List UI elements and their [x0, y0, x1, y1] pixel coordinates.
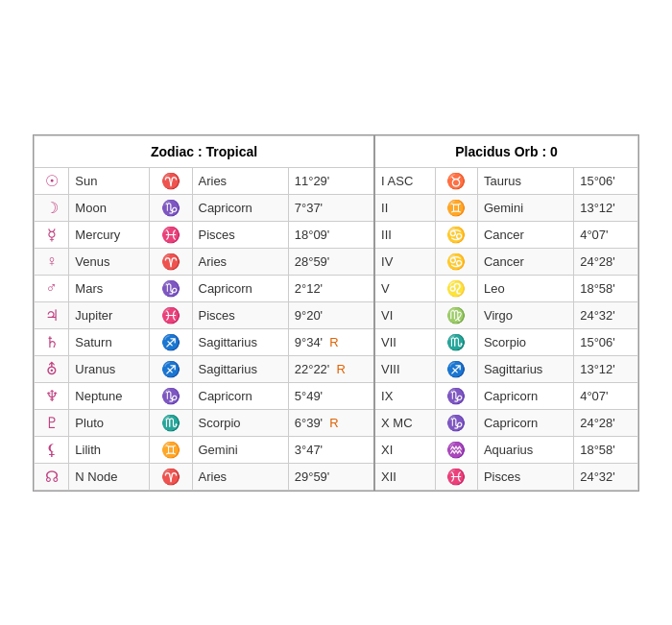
planet-symbol: ☉ — [35, 167, 69, 194]
house-label: VIII — [374, 355, 435, 382]
planet-degree: 9°20' — [288, 301, 374, 328]
house-degree: 4°07' — [574, 382, 638, 409]
planet-degree: 5°49' — [288, 382, 374, 409]
house-label: XII — [374, 463, 435, 490]
house-sign-symbol: ♊ — [435, 194, 477, 221]
house-label: IX — [374, 382, 435, 409]
house-label: I ASC — [374, 167, 435, 194]
house-sign-symbol: ♑ — [435, 382, 477, 409]
house-degree: 13°12' — [574, 194, 638, 221]
house-sign-symbol: ♉ — [435, 167, 477, 194]
sign-name: Sagittarius — [192, 355, 288, 382]
house-sign-name: Virgo — [477, 301, 573, 328]
house-degree: 24°28' — [574, 409, 638, 436]
planet-degree: 18°09' — [288, 221, 374, 248]
house-sign-symbol: ♍ — [435, 301, 477, 328]
sign-name: Capricorn — [192, 275, 288, 301]
house-sign-symbol: ♓ — [435, 463, 477, 490]
planet-degree: 22°22' R — [288, 355, 374, 382]
sign-name: Scorpio — [192, 409, 288, 436]
house-label: VII — [374, 328, 435, 355]
sign-symbol: ♊ — [150, 436, 192, 463]
sign-name: Capricorn — [192, 194, 288, 221]
planet-degree: 11°29' — [288, 167, 374, 194]
planet-symbol: ♃ — [35, 301, 69, 328]
planet-symbol: ☿ — [35, 221, 69, 248]
house-sign-name: Sagittarius — [477, 355, 573, 382]
sign-name: Sagittarius — [192, 328, 288, 355]
planet-name: Uranus — [69, 355, 150, 382]
house-sign-symbol: ♑ — [435, 409, 477, 436]
sign-symbol: ♏ — [150, 409, 192, 436]
planet-symbol: ☊ — [35, 463, 69, 490]
planet-name: Venus — [69, 248, 150, 275]
house-degree: 24°32' — [574, 463, 638, 490]
house-label: IV — [374, 248, 435, 275]
planet-name: Pluto — [69, 409, 150, 436]
sign-name: Aries — [192, 248, 288, 275]
planet-name: Mars — [69, 275, 150, 301]
house-sign-symbol: ♐ — [435, 355, 477, 382]
sign-symbol: ♈ — [150, 248, 192, 275]
house-degree: 24°32' — [574, 301, 638, 328]
sign-symbol: ♑ — [150, 382, 192, 409]
planet-degree: 28°59' — [288, 248, 374, 275]
planet-name: N Node — [69, 463, 150, 490]
house-degree: 18°58' — [574, 275, 638, 301]
house-degree: 24°28' — [574, 248, 638, 275]
sign-symbol: ♓ — [150, 301, 192, 328]
sign-symbol: ♑ — [150, 194, 192, 221]
house-sign-symbol: ♒ — [435, 436, 477, 463]
sign-name: Aries — [192, 463, 288, 490]
planet-degree: 2°12' — [288, 275, 374, 301]
placidus-header: Placidus Orb : 0 — [374, 135, 637, 167]
zodiac-header: Zodiac : Tropical — [35, 135, 375, 167]
planet-degree: 3°47' — [288, 436, 374, 463]
house-sign-name: Cancer — [477, 248, 573, 275]
planet-degree: 7°37' — [288, 194, 374, 221]
sign-name: Pisces — [192, 221, 288, 248]
planet-name: Jupiter — [69, 301, 150, 328]
planet-name: Mercury — [69, 221, 150, 248]
house-sign-symbol: ♏ — [435, 328, 477, 355]
house-label: II — [374, 194, 435, 221]
house-sign-name: Capricorn — [477, 409, 573, 436]
house-label: V — [374, 275, 435, 301]
house-degree: 15°06' — [574, 328, 638, 355]
planet-name: Neptune — [69, 382, 150, 409]
house-sign-name: Aquarius — [477, 436, 573, 463]
house-label: X MC — [374, 409, 435, 436]
planet-name: Lilith — [69, 436, 150, 463]
planet-symbol: ♄ — [35, 328, 69, 355]
planet-symbol: ☽ — [35, 194, 69, 221]
house-sign-name: Taurus — [477, 167, 573, 194]
planet-symbol: ♇ — [35, 409, 69, 436]
house-sign-symbol: ♋ — [435, 248, 477, 275]
house-label: XI — [374, 436, 435, 463]
house-sign-name: Cancer — [477, 221, 573, 248]
house-sign-name: Gemini — [477, 194, 573, 221]
sign-name: Gemini — [192, 436, 288, 463]
planet-name: Sun — [69, 167, 150, 194]
sign-name: Capricorn — [192, 382, 288, 409]
house-sign-name: Scorpio — [477, 328, 573, 355]
sign-symbol: ♈ — [150, 463, 192, 490]
sign-symbol: ♑ — [150, 275, 192, 301]
house-degree: 13°12' — [574, 355, 638, 382]
main-table-wrapper: Zodiac : Tropical Placidus Orb : 0 ☉Sun♈… — [33, 134, 639, 492]
planet-name: Moon — [69, 194, 150, 221]
house-sign-name: Capricorn — [477, 382, 573, 409]
planet-symbol: ⚸ — [35, 436, 69, 463]
house-sign-name: Pisces — [477, 463, 573, 490]
sign-symbol: ♓ — [150, 221, 192, 248]
planet-symbol: ♆ — [35, 382, 69, 409]
house-sign-symbol: ♌ — [435, 275, 477, 301]
house-degree: 4°07' — [574, 221, 638, 248]
planet-degree: 29°59' — [288, 463, 374, 490]
planet-degree: 6°39' R — [288, 409, 374, 436]
house-label: III — [374, 221, 435, 248]
house-degree: 18°58' — [574, 436, 638, 463]
sign-symbol: ♐ — [150, 355, 192, 382]
sign-name: Aries — [192, 167, 288, 194]
planet-symbol: ⛢ — [35, 355, 69, 382]
